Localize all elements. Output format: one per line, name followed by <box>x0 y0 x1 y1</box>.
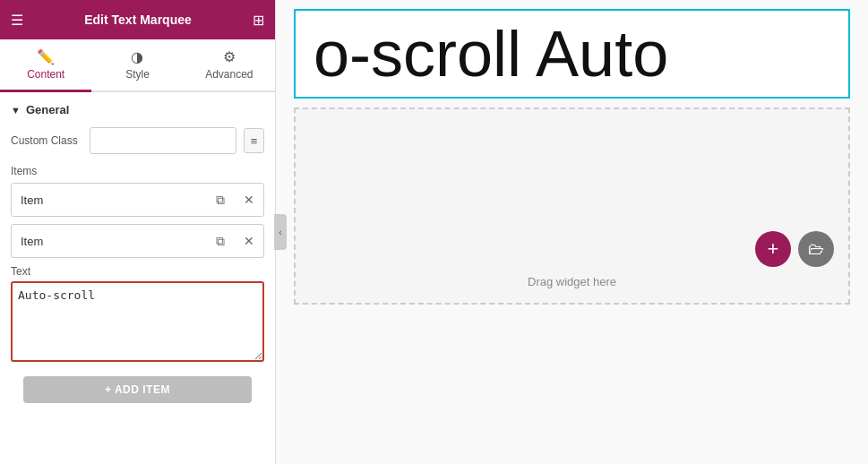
item-delete-button-1[interactable]: ✕ <box>235 184 263 216</box>
tab-advanced[interactable]: ⚙ Advanced <box>184 39 275 92</box>
custom-class-list-icon[interactable]: ≡ <box>244 128 264 153</box>
panel-title: Edit Text Marquee <box>84 13 192 27</box>
drag-label: Drag widget here <box>296 275 848 288</box>
marquee-preview: o-scroll Auto <box>294 9 850 99</box>
tab-content[interactable]: ✏️ Content <box>0 39 91 92</box>
advanced-tab-icon: ⚙ <box>223 48 236 65</box>
item-copy-button-2[interactable]: ⧉ <box>206 225 235 257</box>
custom-class-label: Custom Class <box>11 134 82 147</box>
drag-widget-area[interactable]: + 🗁 Drag widget here <box>294 107 850 305</box>
left-panel: ☰ Edit Text Marquee ⊞ ✏️ Content ◑ Style… <box>0 0 276 464</box>
content-tab-label: Content <box>27 68 64 81</box>
add-item-button[interactable]: + ADD ITEM <box>23 376 252 403</box>
style-tab-icon: ◑ <box>131 48 143 65</box>
tabs-bar: ✏️ Content ◑ Style ⚙ Advanced <box>0 39 275 92</box>
folder-widget-button[interactable]: 🗁 <box>798 231 834 267</box>
panel-header: ☰ Edit Text Marquee ⊞ <box>0 0 275 39</box>
custom-class-input[interactable] <box>90 127 236 154</box>
add-widget-button[interactable]: + <box>755 231 791 267</box>
item-row-1: ⧉ ✕ <box>11 183 264 217</box>
text-label: Text <box>11 265 264 278</box>
section-general-label: General <box>26 103 69 116</box>
panel-body: ▼ General Custom Class ≡ Items ⧉ ✕ ⧉ ✕ T… <box>0 92 275 464</box>
chevron-down-icon: ▼ <box>11 105 21 116</box>
item-input-1[interactable] <box>12 186 206 214</box>
text-textarea[interactable]: Auto-scroll <box>11 281 264 362</box>
items-label: Items <box>11 165 264 177</box>
custom-class-row: Custom Class ≡ <box>11 127 264 154</box>
item-row-2: ⧉ ✕ <box>11 224 264 258</box>
advanced-tab-label: Advanced <box>205 68 253 81</box>
grid-icon[interactable]: ⊞ <box>253 12 264 29</box>
item-input-2[interactable] <box>12 228 206 255</box>
content-tab-icon: ✏️ <box>37 48 55 65</box>
item-copy-button-1[interactable]: ⧉ <box>206 184 235 216</box>
item-delete-button-2[interactable]: ✕ <box>235 225 263 257</box>
style-tab-label: Style <box>125 68 150 81</box>
panel-collapse-button[interactable]: ‹ <box>274 214 287 250</box>
marquee-text: o-scroll Auto <box>296 17 686 90</box>
section-general-header[interactable]: ▼ General <box>11 103 264 116</box>
drag-action-buttons: + 🗁 <box>755 231 834 267</box>
tab-style[interactable]: ◑ Style <box>91 39 183 92</box>
right-panel: o-scroll Auto + 🗁 Drag widget here <box>276 0 868 464</box>
hamburger-icon[interactable]: ☰ <box>11 12 23 29</box>
